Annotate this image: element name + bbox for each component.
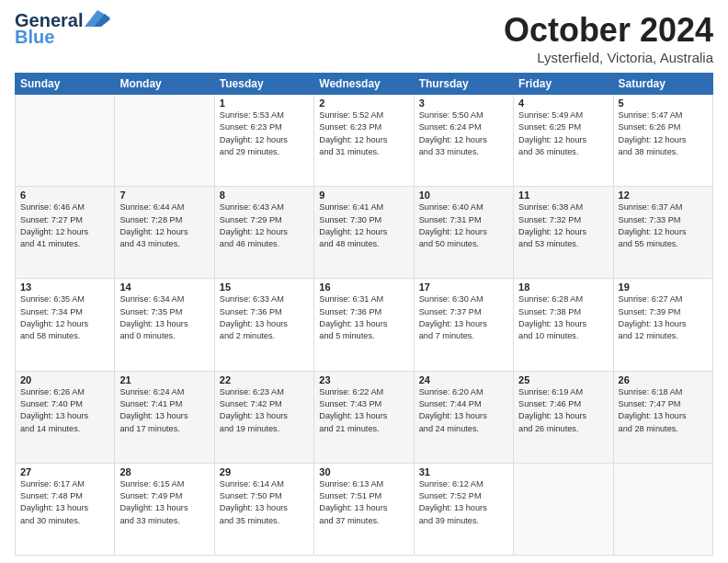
month-title: October 2024 <box>504 11 713 50</box>
day-number: 19 <box>619 282 708 293</box>
calendar-cell <box>613 463 712 555</box>
calendar-cell: 25Sunrise: 6:19 AM Sunset: 7:46 PM Dayli… <box>514 371 613 463</box>
calendar-header-sunday: Sunday <box>16 74 115 95</box>
day-info: Sunrise: 6:34 AM Sunset: 7:35 PM Dayligh… <box>119 293 209 342</box>
day-info: Sunrise: 6:41 AM Sunset: 7:30 PM Dayligh… <box>319 201 408 250</box>
calendar-week-1: 1Sunrise: 5:53 AM Sunset: 6:23 PM Daylig… <box>16 95 713 187</box>
calendar-header-wednesday: Wednesday <box>314 74 414 95</box>
logo-icon <box>85 10 110 27</box>
calendar-cell <box>514 463 613 555</box>
calendar-cell: 28Sunrise: 6:15 AM Sunset: 7:49 PM Dayli… <box>115 463 214 555</box>
calendar-week-3: 13Sunrise: 6:35 AM Sunset: 7:34 PM Dayli… <box>16 279 713 371</box>
day-info: Sunrise: 6:37 AM Sunset: 7:33 PM Dayligh… <box>619 201 708 250</box>
calendar-cell: 27Sunrise: 6:17 AM Sunset: 7:48 PM Dayli… <box>16 463 115 555</box>
day-number: 5 <box>619 98 708 109</box>
calendar-cell: 30Sunrise: 6:13 AM Sunset: 7:51 PM Dayli… <box>314 463 414 555</box>
day-number: 13 <box>20 282 109 293</box>
calendar-cell: 7Sunrise: 6:44 AM Sunset: 7:28 PM Daylig… <box>115 187 214 279</box>
day-number: 6 <box>20 190 109 201</box>
calendar-cell: 26Sunrise: 6:18 AM Sunset: 7:47 PM Dayli… <box>613 371 712 463</box>
day-info: Sunrise: 6:14 AM Sunset: 7:50 PM Dayligh… <box>220 478 309 527</box>
page: General Blue October 2024 Lysterfield, V… <box>0 0 728 563</box>
calendar-header-friday: Friday <box>514 74 613 95</box>
day-info: Sunrise: 6:18 AM Sunset: 7:47 PM Dayligh… <box>619 386 708 435</box>
day-number: 23 <box>319 374 408 385</box>
day-number: 11 <box>518 190 608 201</box>
day-number: 24 <box>419 374 508 385</box>
calendar-cell: 13Sunrise: 6:35 AM Sunset: 7:34 PM Dayli… <box>16 279 115 371</box>
calendar-cell: 20Sunrise: 6:26 AM Sunset: 7:40 PM Dayli… <box>16 371 115 463</box>
day-number: 26 <box>619 374 708 385</box>
calendar-week-2: 6Sunrise: 6:46 AM Sunset: 7:27 PM Daylig… <box>16 187 713 279</box>
day-info: Sunrise: 6:30 AM Sunset: 7:37 PM Dayligh… <box>419 293 508 342</box>
calendar-header-tuesday: Tuesday <box>214 74 313 95</box>
calendar-week-5: 27Sunrise: 6:17 AM Sunset: 7:48 PM Dayli… <box>16 463 713 555</box>
day-number: 1 <box>220 98 309 109</box>
calendar-cell: 29Sunrise: 6:14 AM Sunset: 7:50 PM Dayli… <box>214 463 313 555</box>
day-info: Sunrise: 6:15 AM Sunset: 7:49 PM Dayligh… <box>119 478 209 527</box>
calendar-cell: 10Sunrise: 6:40 AM Sunset: 7:31 PM Dayli… <box>414 187 513 279</box>
day-info: Sunrise: 6:31 AM Sunset: 7:36 PM Dayligh… <box>319 293 408 342</box>
day-info: Sunrise: 5:52 AM Sunset: 6:23 PM Dayligh… <box>319 109 408 158</box>
day-number: 3 <box>419 98 508 109</box>
day-number: 31 <box>419 466 508 477</box>
calendar-cell <box>16 95 115 187</box>
calendar-cell: 24Sunrise: 6:20 AM Sunset: 7:44 PM Dayli… <box>414 371 513 463</box>
day-number: 17 <box>419 282 508 293</box>
day-info: Sunrise: 6:44 AM Sunset: 7:28 PM Dayligh… <box>119 201 209 250</box>
calendar-cell: 21Sunrise: 6:24 AM Sunset: 7:41 PM Dayli… <box>115 371 214 463</box>
day-info: Sunrise: 6:24 AM Sunset: 7:41 PM Dayligh… <box>119 386 209 435</box>
day-info: Sunrise: 6:46 AM Sunset: 7:27 PM Dayligh… <box>20 201 109 250</box>
day-number: 16 <box>319 282 408 293</box>
calendar-cell: 2Sunrise: 5:52 AM Sunset: 6:23 PM Daylig… <box>314 95 414 187</box>
calendar-cell: 15Sunrise: 6:33 AM Sunset: 7:36 PM Dayli… <box>214 279 313 371</box>
day-number: 20 <box>20 374 109 385</box>
title-block: October 2024 Lysterfield, Victoria, Aust… <box>504 11 713 65</box>
calendar-cell: 8Sunrise: 6:43 AM Sunset: 7:29 PM Daylig… <box>214 187 313 279</box>
day-number: 18 <box>518 282 608 293</box>
calendar-header-saturday: Saturday <box>613 74 712 95</box>
day-info: Sunrise: 6:40 AM Sunset: 7:31 PM Dayligh… <box>419 201 508 250</box>
day-info: Sunrise: 6:19 AM Sunset: 7:46 PM Dayligh… <box>518 386 608 435</box>
day-info: Sunrise: 6:28 AM Sunset: 7:38 PM Dayligh… <box>518 293 608 342</box>
calendar-header-monday: Monday <box>115 74 214 95</box>
calendar-table: SundayMondayTuesdayWednesdayThursdayFrid… <box>15 73 713 556</box>
day-info: Sunrise: 6:22 AM Sunset: 7:43 PM Dayligh… <box>319 386 408 435</box>
calendar-week-4: 20Sunrise: 6:26 AM Sunset: 7:40 PM Dayli… <box>16 371 713 463</box>
day-number: 10 <box>419 190 508 201</box>
calendar-cell: 5Sunrise: 5:47 AM Sunset: 6:26 PM Daylig… <box>613 95 712 187</box>
calendar-header-row: SundayMondayTuesdayWednesdayThursdayFrid… <box>16 74 713 95</box>
day-number: 28 <box>119 466 209 477</box>
calendar-header-thursday: Thursday <box>414 74 513 95</box>
day-number: 12 <box>619 190 708 201</box>
day-number: 7 <box>119 190 209 201</box>
day-info: Sunrise: 5:50 AM Sunset: 6:24 PM Dayligh… <box>419 109 508 158</box>
day-info: Sunrise: 6:23 AM Sunset: 7:42 PM Dayligh… <box>220 386 309 435</box>
day-info: Sunrise: 6:26 AM Sunset: 7:40 PM Dayligh… <box>20 386 109 435</box>
calendar-cell: 6Sunrise: 6:46 AM Sunset: 7:27 PM Daylig… <box>16 187 115 279</box>
calendar-cell: 1Sunrise: 5:53 AM Sunset: 6:23 PM Daylig… <box>214 95 313 187</box>
calendar-cell: 16Sunrise: 6:31 AM Sunset: 7:36 PM Dayli… <box>314 279 414 371</box>
day-info: Sunrise: 5:47 AM Sunset: 6:26 PM Dayligh… <box>619 109 708 158</box>
day-info: Sunrise: 5:53 AM Sunset: 6:23 PM Dayligh… <box>220 109 309 158</box>
day-info: Sunrise: 6:27 AM Sunset: 7:39 PM Dayligh… <box>619 293 708 342</box>
calendar-cell: 12Sunrise: 6:37 AM Sunset: 7:33 PM Dayli… <box>613 187 712 279</box>
day-info: Sunrise: 6:17 AM Sunset: 7:48 PM Dayligh… <box>20 478 109 527</box>
day-info: Sunrise: 6:20 AM Sunset: 7:44 PM Dayligh… <box>419 386 508 435</box>
day-number: 27 <box>20 466 109 477</box>
location: Lysterfield, Victoria, Australia <box>504 50 713 65</box>
calendar-cell: 17Sunrise: 6:30 AM Sunset: 7:37 PM Dayli… <box>414 279 513 371</box>
day-number: 4 <box>518 98 608 109</box>
calendar-cell: 4Sunrise: 5:49 AM Sunset: 6:25 PM Daylig… <box>514 95 613 187</box>
calendar-cell: 3Sunrise: 5:50 AM Sunset: 6:24 PM Daylig… <box>414 95 513 187</box>
day-number: 8 <box>220 190 309 201</box>
calendar-cell: 22Sunrise: 6:23 AM Sunset: 7:42 PM Dayli… <box>214 371 313 463</box>
day-info: Sunrise: 6:38 AM Sunset: 7:32 PM Dayligh… <box>518 201 608 250</box>
day-number: 25 <box>518 374 608 385</box>
day-info: Sunrise: 5:49 AM Sunset: 6:25 PM Dayligh… <box>518 109 608 158</box>
calendar-cell: 19Sunrise: 6:27 AM Sunset: 7:39 PM Dayli… <box>613 279 712 371</box>
calendar-cell: 23Sunrise: 6:22 AM Sunset: 7:43 PM Dayli… <box>314 371 414 463</box>
calendar-cell <box>115 95 214 187</box>
day-info: Sunrise: 6:13 AM Sunset: 7:51 PM Dayligh… <box>319 478 408 527</box>
day-info: Sunrise: 6:33 AM Sunset: 7:36 PM Dayligh… <box>220 293 309 342</box>
